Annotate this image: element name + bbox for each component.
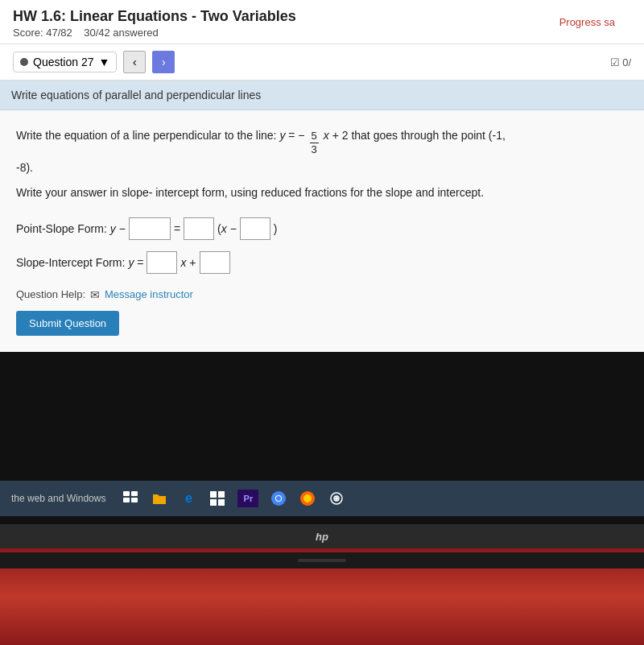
edge-icon[interactable]: e xyxy=(180,490,197,507)
help-label: Question Help: xyxy=(16,288,85,300)
question-text: Write the equation of a line perpendicul… xyxy=(16,126,628,201)
svg-rect-5 xyxy=(218,491,225,498)
back-button[interactable]: ‹ xyxy=(123,51,146,73)
question-help: Question Help: ✉ Message instructor xyxy=(16,288,628,301)
slope-intercept-b-input[interactable] xyxy=(200,251,230,274)
status-dot xyxy=(20,58,28,66)
question-line1-prefix: Write the equation of a line perpendicul… xyxy=(16,126,305,144)
svg-rect-1 xyxy=(131,491,138,496)
app-header: HW 1.6: Linear Equations - Two Variables… xyxy=(0,0,644,44)
settings-icon[interactable] xyxy=(328,490,345,507)
screen-content: HW 1.6: Linear Equations - Two Variables… xyxy=(0,0,644,352)
answer-section: Point-Slope Form: y − = (x − ) Slope-Int… xyxy=(16,217,628,274)
svg-rect-0 xyxy=(123,491,130,496)
svg-point-13 xyxy=(335,497,338,500)
main-content: Write equations of parallel and perpendi… xyxy=(0,81,644,352)
svg-rect-4 xyxy=(210,491,217,498)
point-slope-x-input[interactable] xyxy=(240,217,270,240)
page-title: HW 1.6: Linear Equations - Two Variables xyxy=(13,8,296,24)
firefox-icon[interactable] xyxy=(299,490,316,507)
file-explorer-icon[interactable] xyxy=(151,490,168,507)
forward-button[interactable]: › xyxy=(152,51,175,73)
svg-rect-2 xyxy=(123,498,130,502)
hp-logo: hp xyxy=(316,531,328,543)
nav-bar: Question 27 ▼ ‹ › ☑ 0/ xyxy=(0,44,644,81)
taskview-icon[interactable] xyxy=(122,490,139,507)
score-value: 47/82 xyxy=(46,27,72,39)
right-info-value: 0/ xyxy=(622,56,631,68)
message-icon: ✉ xyxy=(90,288,100,301)
premiere-icon[interactable]: Pr xyxy=(237,490,258,507)
close-paren: ) xyxy=(274,222,278,235)
back-arrow-icon: ‹ xyxy=(133,56,137,68)
point-slope-y: y − xyxy=(110,222,126,235)
progress-saved: Progress sa xyxy=(559,16,615,28)
answered-count: 30/42 answered xyxy=(84,27,159,39)
nav-right-info: ☑ 0/ xyxy=(610,56,631,68)
taskbar-icons: e Pr xyxy=(122,490,345,507)
laptop-bottom-bar: hp xyxy=(0,524,644,548)
taskbar: the web and Windows e Pr xyxy=(0,481,644,516)
math-line-1: Write the equation of a line perpendicul… xyxy=(16,126,628,155)
point-slope-row: Point-Slope Form: y − = (x − ) xyxy=(16,217,628,240)
point-slope-label: Point-Slope Form: xyxy=(16,222,107,235)
svg-rect-3 xyxy=(131,498,138,502)
topic-text: Write equations of parallel and perpendi… xyxy=(11,89,261,101)
slope-intercept-label: Slope-Intercept Form: xyxy=(16,256,125,269)
score-label: Score: xyxy=(13,27,43,39)
fraction-numerator: 5 xyxy=(310,130,319,143)
chrome-icon[interactable] xyxy=(270,490,287,507)
slope-intercept-slope-input[interactable] xyxy=(147,251,177,274)
question-line1-suffix: x + 2 that goes through the point (-1, xyxy=(324,126,506,144)
svg-rect-7 xyxy=(218,499,225,506)
slope-intercept-y: y = xyxy=(128,256,143,269)
svg-rect-6 xyxy=(210,499,217,506)
forward-arrow-icon: › xyxy=(162,56,166,68)
dropdown-arrow-icon: ▼ xyxy=(99,56,110,68)
windows-icon[interactable] xyxy=(208,490,226,507)
submit-button[interactable]: Submit Question xyxy=(16,311,119,336)
question-selector[interactable]: Question 27 ▼ xyxy=(13,52,117,72)
fraction: 5 3 xyxy=(310,130,319,155)
point-slope-x-part: (x − xyxy=(217,222,237,235)
slope-intercept-x: x + xyxy=(180,256,196,269)
taskbar-search-text: the web and Windows xyxy=(11,493,105,504)
message-instructor-link[interactable]: Message instructor xyxy=(105,288,193,300)
fraction-denominator: 3 xyxy=(310,143,319,156)
checkmark-icon: ☑ xyxy=(610,56,620,68)
svg-point-10 xyxy=(276,496,281,501)
full-page: HW 1.6: Linear Equations - Two Variables… xyxy=(0,0,644,645)
topic-header: Write equations of parallel and perpendi… xyxy=(0,81,644,110)
slope-intercept-row: Slope-Intercept Form: y = x + xyxy=(16,251,628,274)
question-instruction: Write your answer in slope- intercept fo… xyxy=(16,184,628,201)
svg-point-12 xyxy=(303,494,312,502)
header-score: Score: 47/82 30/42 answered xyxy=(13,27,631,39)
speaker-area xyxy=(0,552,644,569)
point-slope-slope-input[interactable] xyxy=(184,217,214,240)
question-line2: -8). xyxy=(16,159,628,176)
dot-separator: = xyxy=(174,222,180,235)
point-slope-y-input[interactable] xyxy=(129,217,171,240)
question-label: Question 27 xyxy=(33,56,94,68)
